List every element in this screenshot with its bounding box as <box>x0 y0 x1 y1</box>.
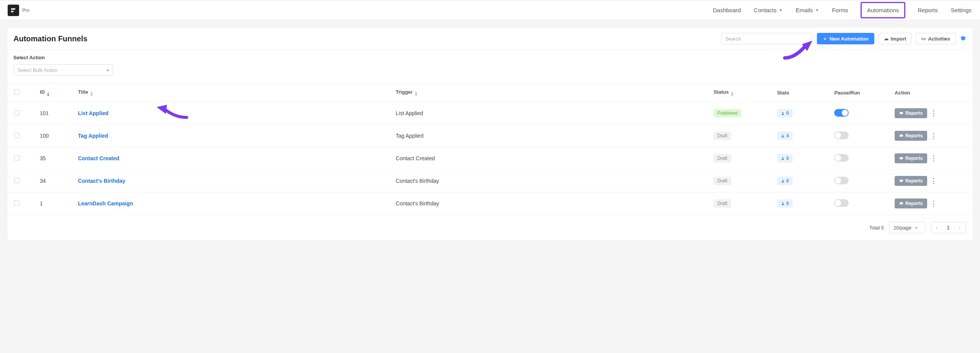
new-automation-button[interactable]: ＋ New Automation <box>817 33 874 44</box>
row-title-link[interactable]: Tag Applied <box>78 133 108 139</box>
search-input[interactable] <box>721 33 813 44</box>
cloud-upload-icon: ☁ <box>884 36 889 41</box>
row-more-menu[interactable]: ⋮ <box>930 200 937 207</box>
stats-chip[interactable]: 0 <box>777 177 793 185</box>
nav-automations[interactable]: Automations <box>861 2 905 18</box>
row-id: 35 <box>35 147 74 170</box>
top-bar: Pro Dashboard Contacts▼ Emails▼ Forms Au… <box>0 0 980 20</box>
row-reports-button[interactable]: Reports <box>895 198 927 208</box>
row-checkbox[interactable] <box>14 200 20 206</box>
table-row: 101List AppliedList AppliedPublished0Rep… <box>7 102 973 125</box>
svg-rect-7 <box>900 157 903 159</box>
bulk-action-placeholder: Select Bulk Action <box>18 67 57 73</box>
pagination-per-page-select[interactable]: 20/page ▾ <box>889 222 925 233</box>
row-trigger: Contact's Birthday <box>391 192 709 215</box>
pause-run-toggle[interactable] <box>834 177 849 184</box>
row-id: 101 <box>35 102 74 125</box>
pagination-page-number[interactable]: 1 <box>942 224 954 231</box>
pause-run-toggle[interactable] <box>834 154 849 162</box>
graduation-cap-icon[interactable] <box>960 35 967 42</box>
bulk-action-row: Select Action Select Bulk Action ▾ <box>7 50 973 83</box>
brand-label: Pro <box>22 8 29 13</box>
row-more-menu[interactable]: ⋮ <box>930 177 937 185</box>
top-nav: Dashboard Contacts▼ Emails▼ Forms Automa… <box>712 2 972 19</box>
chevron-down-icon: ▾ <box>107 68 109 72</box>
row-reports-label: Reports <box>905 201 923 206</box>
chat-icon: ▭ <box>921 36 926 41</box>
status-badge: Published <box>714 109 742 117</box>
sort-icon[interactable]: ▲▼ <box>90 91 93 96</box>
activities-button[interactable]: ▭ Activities <box>916 33 956 44</box>
row-title-link[interactable]: List Applied <box>78 110 109 116</box>
row-checkbox[interactable] <box>14 110 20 115</box>
row-reports-label: Reports <box>905 178 923 184</box>
sort-icon[interactable]: ▲▼ <box>46 91 50 96</box>
person-icon <box>781 156 785 160</box>
nav-emails[interactable]: Emails▼ <box>795 2 820 19</box>
row-id: 34 <box>35 170 74 192</box>
row-reports-button[interactable]: Reports <box>895 153 927 163</box>
select-all-checkbox[interactable] <box>14 89 20 95</box>
bulk-action-label: Select Action <box>13 55 967 60</box>
svg-rect-11 <box>900 202 903 204</box>
svg-point-2 <box>782 112 783 113</box>
nav-reports[interactable]: Reports <box>917 2 939 19</box>
nav-dashboard-label: Dashboard <box>713 7 741 13</box>
svg-rect-5 <box>900 134 903 137</box>
nav-forms[interactable]: Forms <box>831 2 849 19</box>
col-status-label[interactable]: Status <box>714 89 729 95</box>
row-checkbox[interactable] <box>14 155 20 161</box>
row-title-link[interactable]: LearnDash Campaign <box>78 200 133 207</box>
svg-point-10 <box>782 202 783 203</box>
pause-run-toggle[interactable] <box>834 199 849 207</box>
row-id: 1 <box>35 192 74 215</box>
row-reports-button[interactable]: Reports <box>895 108 927 118</box>
svg-point-4 <box>782 135 783 136</box>
brand-logo <box>8 5 19 16</box>
bulk-action-select[interactable]: Select Bulk Action ▾ <box>13 64 113 76</box>
row-title-link[interactable]: Contact's Birthday <box>78 178 126 184</box>
col-id-label[interactable]: ID <box>40 89 45 95</box>
pagination-next[interactable]: › <box>954 224 965 231</box>
import-button[interactable]: ☁ Import <box>878 33 912 44</box>
row-reports-button[interactable]: Reports <box>895 176 927 186</box>
svg-rect-9 <box>900 179 903 182</box>
svg-rect-3 <box>900 112 903 114</box>
row-more-menu[interactable]: ⋮ <box>930 109 937 117</box>
row-checkbox[interactable] <box>14 133 20 138</box>
sort-icon[interactable]: ▲▼ <box>414 91 418 96</box>
row-checkbox[interactable] <box>14 178 20 183</box>
svg-marker-1 <box>157 105 167 114</box>
person-icon <box>781 134 785 138</box>
chevron-down-icon: ▼ <box>779 8 783 12</box>
stats-chip[interactable]: 4 <box>777 132 793 140</box>
row-more-menu[interactable]: ⋮ <box>930 155 937 162</box>
stats-chip[interactable]: 0 <box>777 109 793 117</box>
stats-count: 0 <box>786 156 789 161</box>
pause-run-toggle[interactable] <box>834 132 849 139</box>
nav-reports-label: Reports <box>918 7 938 13</box>
nav-forms-label: Forms <box>832 7 848 13</box>
pagination-per-page-label: 20/page <box>893 225 911 231</box>
nav-contacts[interactable]: Contacts▼ <box>753 2 783 19</box>
row-trigger: Contact Created <box>391 147 709 170</box>
col-title-label[interactable]: Title <box>78 89 88 95</box>
nav-settings[interactable]: Settings <box>950 2 972 19</box>
pagination-nav: ‹ 1 › <box>931 222 966 233</box>
new-automation-label: New Automation <box>830 36 869 42</box>
stats-chip[interactable]: 0 <box>777 154 793 163</box>
row-trigger: List Applied <box>391 102 709 125</box>
person-icon <box>781 179 785 183</box>
col-trigger-label[interactable]: Trigger <box>396 89 413 95</box>
row-title-link[interactable]: Contact Created <box>78 155 119 161</box>
row-reports-button[interactable]: Reports <box>895 131 927 141</box>
nav-contacts-label: Contacts <box>754 7 776 13</box>
pause-run-toggle[interactable] <box>834 109 849 117</box>
sort-icon[interactable]: ▲▼ <box>730 91 734 96</box>
nav-dashboard[interactable]: Dashboard <box>712 2 742 19</box>
col-stats-label: Stats <box>777 90 789 96</box>
row-more-menu[interactable]: ⋮ <box>930 132 937 140</box>
pagination-prev[interactable]: ‹ <box>931 224 942 231</box>
stats-chip[interactable]: 0 <box>777 199 793 208</box>
row-reports-label: Reports <box>905 133 923 138</box>
